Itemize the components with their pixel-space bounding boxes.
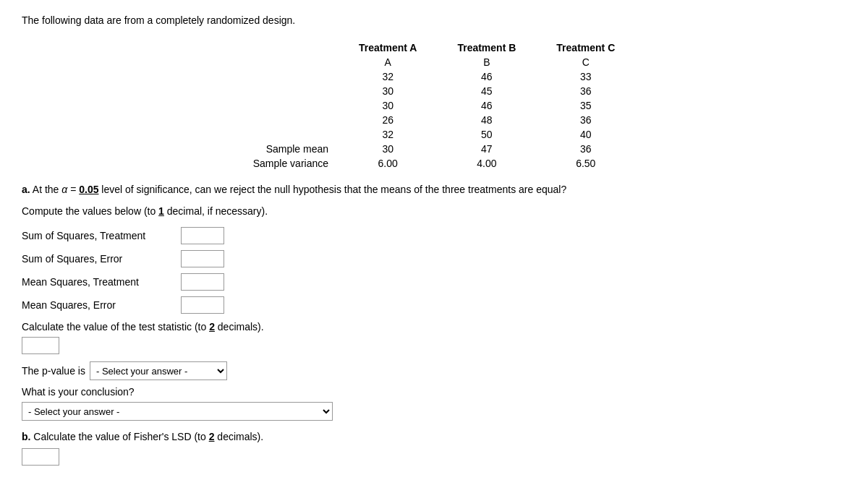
sample-variance-b: 4.00 <box>437 156 536 171</box>
table-row: 32 46 33 <box>233 69 636 84</box>
conclusion-label: What is your conclusion? <box>22 386 846 398</box>
row-label-empty <box>233 69 339 84</box>
col-header-c: Treatment C <box>536 40 635 55</box>
sub-col-b: B <box>437 55 536 69</box>
sample-mean-c: 36 <box>536 142 635 156</box>
cell-b-3: 46 <box>437 98 536 113</box>
cell-b-5: 50 <box>437 127 536 142</box>
cell-c-1: 33 <box>536 69 635 84</box>
test-statistic-input[interactable] <box>22 337 59 354</box>
lsd-row <box>22 448 846 466</box>
sum-squares-error-label: Sum of Squares, Error <box>22 253 181 265</box>
table-row-sample-variance: Sample variance 6.00 4.00 6.50 <box>233 156 636 171</box>
sum-squares-treatment-row: Sum of Squares, Treatment <box>22 227 846 244</box>
sample-mean-a: 30 <box>339 142 437 156</box>
p-value-select[interactable]: - Select your answer -less than .01betwe… <box>90 361 227 380</box>
sum-squares-treatment-input[interactable] <box>181 227 224 244</box>
conclusion-select[interactable]: - Select your answer -Reject H₀. There i… <box>22 402 333 421</box>
part-b-label: b. Calculate the value of Fisher's LSD (… <box>22 431 846 442</box>
table-row-sample-mean: Sample mean 30 47 36 <box>233 142 636 156</box>
sub-header-empty <box>233 55 339 69</box>
cell-a-4: 26 <box>339 113 437 127</box>
row-label-empty <box>233 127 339 142</box>
cell-c-3: 35 <box>536 98 635 113</box>
sub-col-a: A <box>339 55 437 69</box>
row-label-empty <box>233 84 339 98</box>
mean-squares-treatment-label: Mean Squares, Treatment <box>22 276 181 288</box>
sample-mean-label: Sample mean <box>233 142 339 156</box>
sub-col-c: C <box>536 55 635 69</box>
test-statistic-label: Calculate the value of the test statisti… <box>22 321 846 333</box>
cell-a-1: 32 <box>339 69 437 84</box>
compute-label: Compute the values below (to 1 decimal, … <box>22 205 846 217</box>
sum-squares-error-input[interactable] <box>181 250 224 267</box>
table-row: 30 45 36 <box>233 84 636 98</box>
cell-a-5: 32 <box>339 127 437 142</box>
p-value-prefix: The p-value is <box>22 365 85 377</box>
cell-a-3: 30 <box>339 98 437 113</box>
data-table-wrapper: Treatment A Treatment B Treatment C A B … <box>22 40 846 171</box>
lsd-input[interactable] <box>22 448 59 466</box>
col-header-empty <box>233 40 339 55</box>
cell-b-1: 46 <box>437 69 536 84</box>
cell-b-2: 45 <box>437 84 536 98</box>
mean-squares-error-row: Mean Squares, Error <box>22 296 846 314</box>
row-label-empty <box>233 113 339 127</box>
col-header-a: Treatment A <box>339 40 437 55</box>
table-row: 32 50 40 <box>233 127 636 142</box>
cell-a-2: 30 <box>339 84 437 98</box>
sample-variance-label: Sample variance <box>233 156 339 171</box>
part-a-bold: a. <box>22 184 30 195</box>
cell-c-5: 40 <box>536 127 635 142</box>
table-row: 30 46 35 <box>233 98 636 113</box>
mean-squares-error-input[interactable] <box>181 296 224 314</box>
mean-squares-treatment-row: Mean Squares, Treatment <box>22 273 846 291</box>
col-header-b: Treatment B <box>437 40 536 55</box>
test-statistic-row <box>22 337 846 354</box>
row-label-empty <box>233 98 339 113</box>
sum-squares-error-row: Sum of Squares, Error <box>22 250 846 267</box>
sum-squares-treatment-label: Sum of Squares, Treatment <box>22 230 181 241</box>
sample-mean-b: 47 <box>437 142 536 156</box>
intro-text: The following data are from a completely… <box>22 14 846 26</box>
mean-squares-error-label: Mean Squares, Error <box>22 299 181 311</box>
sample-variance-c: 6.50 <box>536 156 635 171</box>
cell-c-2: 36 <box>536 84 635 98</box>
p-value-row: The p-value is - Select your answer -les… <box>22 361 846 380</box>
mean-squares-treatment-input[interactable] <box>181 273 224 291</box>
cell-c-4: 36 <box>536 113 635 127</box>
sample-variance-a: 6.00 <box>339 156 437 171</box>
cell-b-4: 48 <box>437 113 536 127</box>
data-table: Treatment A Treatment B Treatment C A B … <box>233 40 636 171</box>
part-a-question: a. At the α = 0.05 level of significance… <box>22 184 846 195</box>
table-row: 26 48 36 <box>233 113 636 127</box>
